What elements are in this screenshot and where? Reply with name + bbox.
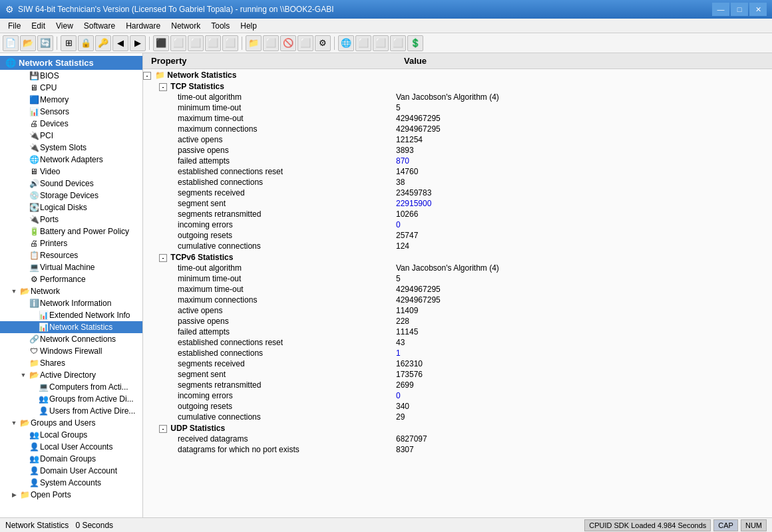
sidebar-item-bios[interactable]: 💾BIOS bbox=[0, 70, 142, 82]
toolbar-b10[interactable]: ⬜ bbox=[373, 35, 389, 51]
toolbar-gear[interactable]: ⚙ bbox=[315, 35, 331, 51]
sidebar-item-performance[interactable]: ⚙Performance bbox=[0, 273, 142, 285]
sidebar-item-ports[interactable]: 🔌Ports bbox=[0, 213, 142, 225]
sidebar-item-domain-user-account[interactable]: 👤Domain User Account bbox=[0, 465, 142, 477]
toolbar-open[interactable]: 📂 bbox=[20, 35, 36, 51]
sidebar-item-active-directory[interactable]: ▼📂Active Directory bbox=[0, 369, 142, 381]
sidebar-item-system-accounts[interactable]: 👤System Accounts bbox=[0, 477, 142, 489]
toolbar-b5[interactable]: ⬜ bbox=[222, 35, 238, 51]
users-from-active-label: Users from Active Dire... bbox=[49, 406, 135, 416]
active-directory-expander[interactable]: ▼ bbox=[19, 372, 28, 378]
sidebar-item-memory[interactable]: 🟦Memory bbox=[0, 94, 142, 106]
sidebar-item-groups-from-active[interactable]: 👥Groups from Active Di... bbox=[0, 393, 142, 405]
sidebar-item-devices[interactable]: 🖨Devices bbox=[0, 118, 142, 130]
prop-tcp-statistics-8: established connections bbox=[143, 177, 396, 188]
sidebar-item-video[interactable]: 🖥Video bbox=[0, 166, 142, 178]
table-row: passive opens3893 bbox=[143, 145, 772, 156]
toolbar-sep-4 bbox=[334, 37, 335, 50]
open-ports-expander[interactable]: ▶ bbox=[9, 491, 19, 498]
network-expander[interactable]: ▼ bbox=[9, 288, 19, 295]
sidebar-item-network-information[interactable]: ℹ️Network Information bbox=[0, 297, 142, 309]
toolbar-b12[interactable]: 💲 bbox=[407, 35, 423, 51]
sidebar-section-header[interactable]: 🌐 Network Statistics bbox=[0, 56, 142, 70]
val-tcpv6-statistics-3: 4294967295 bbox=[396, 295, 772, 305]
val-tcpv6-statistics-6: 11145 bbox=[396, 327, 772, 337]
sidebar-item-system-slots[interactable]: 🔌System Slots bbox=[0, 142, 142, 154]
groups-users-expander[interactable]: ▼ bbox=[9, 420, 19, 426]
network-statistics-expander[interactable]: - bbox=[143, 72, 151, 80]
sidebar-item-local-user-accounts[interactable]: 👤Local User Accounts bbox=[0, 441, 142, 453]
menu-item-help[interactable]: Help bbox=[235, 20, 262, 32]
sidebar-item-groups-users[interactable]: ▼📂Groups and Users bbox=[0, 417, 142, 429]
toolbar-lock[interactable]: 🔒 bbox=[78, 35, 94, 51]
sidebar-item-computers-from-active[interactable]: 💻Computers from Acti... bbox=[0, 381, 142, 393]
sidebar-item-windows-firewall[interactable]: 🛡Windows Firewall bbox=[0, 345, 142, 357]
menu-item-network[interactable]: Network bbox=[166, 20, 206, 32]
sidebar-item-logical-disks[interactable]: 💽Logical Disks bbox=[0, 201, 142, 213]
computers-from-active-icon: 💻 bbox=[37, 382, 49, 392]
sidebar-item-pci[interactable]: 🔌PCI bbox=[0, 130, 142, 142]
battery-icon: 🔋 bbox=[28, 226, 40, 237]
toolbar-back[interactable]: ◀ bbox=[112, 35, 128, 51]
toolbar-stop[interactable]: 🚫 bbox=[280, 35, 296, 51]
sidebar-item-local-groups[interactable]: 👥Local Groups bbox=[0, 429, 142, 441]
menu-item-software[interactable]: Software bbox=[79, 20, 120, 32]
toolbar-b6[interactable]: ⬜ bbox=[263, 35, 279, 51]
status-section: Network Statistics bbox=[5, 521, 69, 530]
menu-item-hardware[interactable]: Hardware bbox=[120, 20, 166, 32]
sidebar-item-users-from-active[interactable]: 👤Users from Active Dire... bbox=[0, 405, 142, 417]
tcp-statistics-expander[interactable]: - bbox=[159, 83, 167, 91]
domain-groups-icon: 👥 bbox=[28, 454, 40, 464]
sidebar-item-resources[interactable]: 📋Resources bbox=[0, 249, 142, 261]
toolbar-key[interactable]: 🔑 bbox=[95, 35, 111, 51]
close-button[interactable]: ✕ bbox=[749, 3, 767, 16]
toolbar-forward[interactable]: ▶ bbox=[130, 35, 146, 51]
network-connections-label: Network Connections bbox=[40, 334, 116, 344]
toolbar-grid[interactable]: ⊞ bbox=[61, 35, 77, 51]
sidebar-item-shares[interactable]: 📁Shares bbox=[0, 357, 142, 369]
num-badge[interactable]: NUM bbox=[741, 519, 767, 531]
toolbar-refresh[interactable]: 🔄 bbox=[37, 35, 53, 51]
sidebar-item-storage-devices[interactable]: 💿Storage Devices bbox=[0, 190, 142, 201]
toolbar-new[interactable]: 📄 bbox=[3, 35, 19, 51]
sidebar-item-extended-network[interactable]: 📊Extended Network Info bbox=[0, 309, 142, 321]
maximize-button[interactable]: □ bbox=[731, 3, 748, 16]
memory-icon: 🟦 bbox=[28, 94, 40, 105]
sidebar-item-sound-devices[interactable]: 🔊Sound Devices bbox=[0, 178, 142, 190]
val-tcp-statistics-7: 14760 bbox=[396, 166, 772, 177]
prop-tcpv6-statistics-9: segments received bbox=[143, 358, 396, 369]
sidebar-item-battery[interactable]: 🔋Battery and Power Policy bbox=[0, 225, 142, 237]
cap-badge[interactable]: CAP bbox=[713, 519, 738, 531]
toolbar-b11[interactable]: ⬜ bbox=[390, 35, 406, 51]
menu-item-file[interactable]: File bbox=[3, 20, 26, 32]
toolbar-folder[interactable]: 📁 bbox=[246, 35, 262, 51]
prop-tcp-statistics-7: established connections reset bbox=[143, 166, 396, 177]
toolbar-b2[interactable]: ⬜ bbox=[170, 35, 186, 51]
minimize-button[interactable]: — bbox=[712, 3, 729, 16]
toolbar-b4[interactable]: ⬜ bbox=[205, 35, 221, 51]
sidebar-item-virtual-machine[interactable]: 💻Virtual Machine bbox=[0, 261, 142, 273]
toolbar-b7[interactable]: ⬜ bbox=[297, 35, 313, 51]
sidebar-item-cpu[interactable]: 🖥CPU bbox=[0, 82, 142, 94]
menu-item-tools[interactable]: Tools bbox=[206, 20, 235, 32]
sound-devices-label: Sound Devices bbox=[40, 179, 94, 188]
udp-statistics-expander[interactable]: - bbox=[159, 425, 167, 433]
sidebar-item-network-connections[interactable]: 🔗Network Connections bbox=[0, 333, 142, 345]
toolbar-b8[interactable]: 🌐 bbox=[338, 35, 354, 51]
sidebar-item-domain-groups[interactable]: 👥Domain Groups bbox=[0, 453, 142, 465]
sidebar-item-printers[interactable]: 🖨Printers bbox=[0, 237, 142, 249]
menu-item-view[interactable]: View bbox=[51, 20, 79, 32]
sidebar-item-network-adapters[interactable]: 🌐Network Adapters bbox=[0, 154, 142, 166]
menu-item-edit[interactable]: Edit bbox=[26, 20, 51, 32]
sidebar-item-network[interactable]: ▼📂Network bbox=[0, 285, 142, 297]
sidebar-section-title: Network Statistics bbox=[19, 58, 94, 68]
toolbar-b3[interactable]: ⬜ bbox=[188, 35, 204, 51]
tcpv6-statistics-expander[interactable]: - bbox=[159, 254, 167, 262]
sidebar-item-sensors[interactable]: 📊Sensors bbox=[0, 106, 142, 118]
toolbar-b1[interactable]: ⬛ bbox=[153, 35, 169, 51]
toolbar-b9[interactable]: ⬜ bbox=[355, 35, 371, 51]
main-layout: 🌐 Network Statistics 💾BIOS🖥CPU🟦Memory📊Se… bbox=[0, 53, 772, 517]
sidebar-item-network-statistics[interactable]: 📊Network Statistics bbox=[0, 321, 142, 333]
val-udp-statistics-0: 6827097 bbox=[396, 434, 772, 444]
sidebar-item-open-ports[interactable]: ▶📁Open Ports bbox=[0, 489, 142, 501]
